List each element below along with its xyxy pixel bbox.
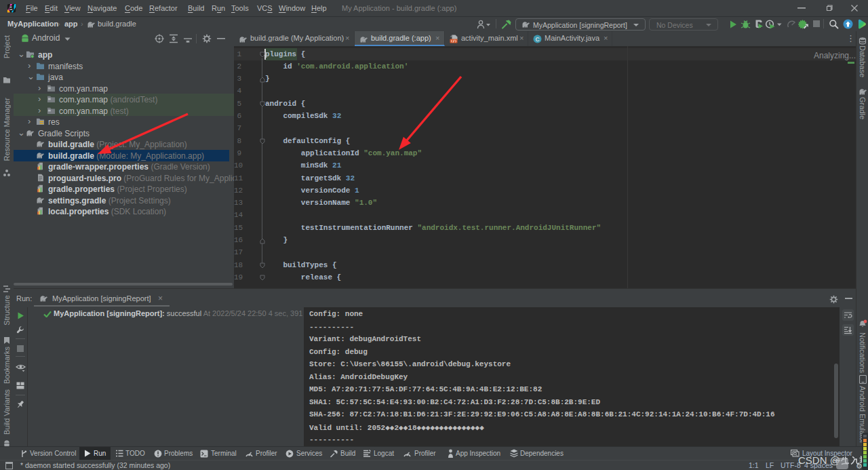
svg-text:C: C [535, 36, 539, 43]
